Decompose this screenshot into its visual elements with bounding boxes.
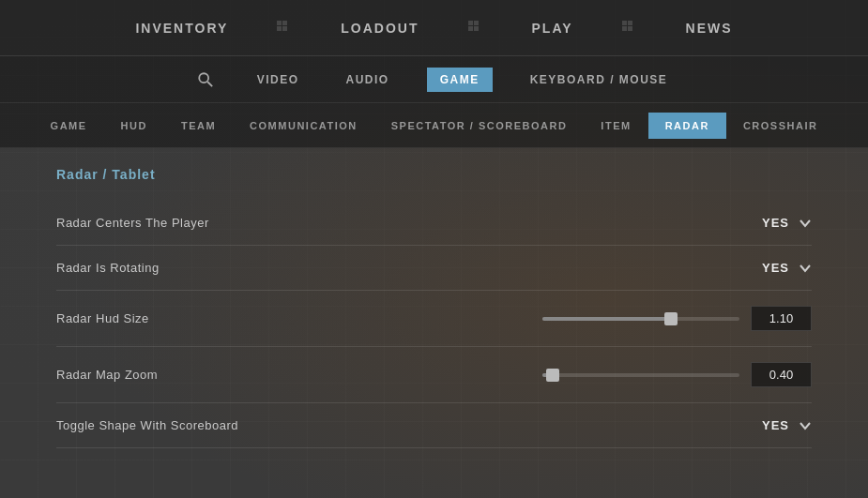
- svg-point-12: [199, 73, 208, 83]
- svg-rect-10: [622, 26, 627, 31]
- chevron-down-icon-2: [799, 262, 812, 275]
- dropdown-val-radar-centers: YES: [762, 216, 789, 230]
- setting-label-toggle-shape: Toggle Shape With Scoreboard: [56, 418, 238, 432]
- svg-rect-0: [277, 21, 282, 25]
- tab-item[interactable]: ITEM: [584, 113, 647, 139]
- svg-rect-8: [622, 21, 627, 25]
- nav-item-inventory[interactable]: INVENTORY: [124, 13, 239, 43]
- subnav-game[interactable]: GAME: [427, 68, 493, 92]
- setting-row-toggle-shape: Toggle Shape With Scoreboard YES: [56, 403, 812, 448]
- setting-control-radar-centers[interactable]: YES: [762, 216, 812, 230]
- setting-row-radar-rotating: Radar Is Rotating YES: [56, 246, 812, 291]
- nav-item-news[interactable]: NEWS: [675, 13, 744, 43]
- svg-rect-6: [468, 26, 473, 31]
- search-button[interactable]: [191, 66, 220, 94]
- section-title: Radar / Tablet: [56, 167, 812, 182]
- slider-value-hud-size[interactable]: 1.10: [751, 306, 812, 331]
- setting-row-radar-hud-size: Radar Hud Size 1.10: [56, 291, 812, 347]
- tab-nav: GAME HUD TEAM COMMUNICATION SPECTATOR / …: [0, 103, 868, 148]
- chevron-down-icon: [799, 217, 812, 230]
- tab-team[interactable]: TEAM: [164, 113, 233, 139]
- sub-nav: VIDEO AUDIO GAME KEYBOARD / MOUSE: [0, 56, 868, 103]
- svg-rect-5: [474, 21, 479, 25]
- tab-hud[interactable]: HUD: [104, 113, 164, 139]
- setting-row-radar-centers: Radar Centers The Player YES: [56, 201, 812, 246]
- svg-line-13: [207, 82, 212, 86]
- svg-rect-3: [282, 26, 287, 31]
- svg-rect-1: [282, 21, 287, 25]
- slider-thumb-map-zoom[interactable]: [546, 369, 559, 382]
- setting-label-radar-rotating: Radar Is Rotating: [56, 261, 160, 275]
- tab-radar[interactable]: RADAR: [648, 113, 726, 139]
- setting-label-radar-map-zoom: Radar Map Zoom: [56, 368, 158, 382]
- setting-label-radar-hud-size: Radar Hud Size: [56, 311, 149, 325]
- dropdown-val-toggle-shape: YES: [762, 418, 789, 432]
- nav-separator-2: [468, 21, 483, 36]
- slider-track-map-zoom[interactable]: [542, 373, 739, 377]
- nav-item-play[interactable]: PLAY: [521, 13, 585, 43]
- nav-separator-3: [622, 21, 637, 36]
- slider-thumb-hud-size[interactable]: [664, 312, 678, 325]
- svg-rect-7: [474, 26, 479, 31]
- setting-label-radar-centers: Radar Centers The Player: [56, 216, 209, 230]
- svg-rect-4: [468, 21, 473, 25]
- svg-rect-11: [628, 26, 632, 31]
- svg-rect-9: [628, 21, 632, 25]
- settings-content: Radar / Tablet Radar Centers The Player …: [0, 148, 868, 467]
- setting-control-toggle-shape[interactable]: YES: [762, 418, 812, 432]
- settings-list: Radar Centers The Player YES Radar Is Ro…: [56, 201, 812, 448]
- slider-value-map-zoom[interactable]: 0.40: [751, 362, 812, 387]
- setting-control-radar-rotating[interactable]: YES: [762, 261, 812, 275]
- setting-control-radar-hud-size: 1.10: [542, 306, 812, 331]
- subnav-audio[interactable]: AUDIO: [336, 68, 398, 92]
- tab-game[interactable]: GAME: [34, 113, 104, 139]
- tab-crosshair[interactable]: CROSSHAIR: [726, 113, 835, 139]
- nav-item-loadout[interactable]: LOADOUT: [329, 13, 430, 43]
- setting-row-radar-map-zoom: Radar Map Zoom 0.40: [56, 347, 812, 403]
- dropdown-val-radar-rotating: YES: [762, 261, 789, 275]
- setting-control-radar-map-zoom: 0.40: [542, 362, 812, 387]
- tab-spectator-scoreboard[interactable]: SPECTATOR / SCOREBOARD: [374, 113, 585, 139]
- nav-separator-1: [277, 21, 292, 36]
- svg-rect-2: [277, 26, 282, 31]
- tab-communication[interactable]: COMMUNICATION: [233, 113, 374, 139]
- main-nav: INVENTORY LOADOUT PLAY NEWS: [0, 0, 868, 56]
- chevron-down-icon-3: [799, 419, 812, 432]
- subnav-video[interactable]: VIDEO: [248, 68, 309, 92]
- slider-fill-hud-size: [542, 317, 671, 321]
- slider-track-hud-size[interactable]: [542, 317, 739, 321]
- subnav-keyboard-mouse[interactable]: KEYBOARD / MOUSE: [521, 68, 678, 92]
